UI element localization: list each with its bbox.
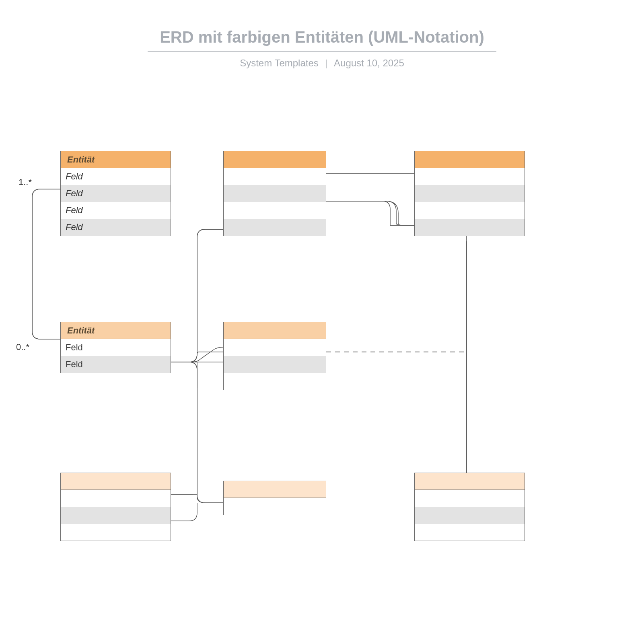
entity-e3-header [224, 151, 326, 168]
entity-e6[interactable] [60, 473, 171, 541]
page-header: ERD mit farbigen Entitäten (UML-Notation… [0, 28, 644, 69]
entity-e8-field-0 [415, 490, 525, 507]
entity-e4-field-2 [415, 202, 525, 219]
entity-e5-header [224, 322, 326, 339]
cardinality-bottom: 0..* [16, 342, 29, 352]
entity-e8-header [415, 473, 525, 490]
entity-e1[interactable]: Entität Feld Feld Feld Feld [60, 151, 171, 236]
entity-e4[interactable] [414, 151, 525, 236]
entity-e7-header [224, 481, 326, 498]
entity-e2-field-0: Feld [61, 339, 171, 356]
entity-e5-field-2 [224, 373, 326, 390]
entity-e8-field-1 [415, 507, 525, 524]
entity-e3-field-0 [224, 168, 326, 185]
entity-e2-header: Entität [61, 322, 171, 339]
entity-e4-header [415, 151, 525, 168]
entity-e5-field-1 [224, 356, 326, 373]
connector-e2-e5 [171, 347, 223, 362]
entity-e8-field-2 [415, 524, 525, 541]
entity-e6-field-0 [61, 490, 171, 507]
entity-e4-field-0 [415, 168, 525, 185]
entity-e1-field-2: Feld [61, 202, 171, 219]
connector-e1-e2-self [32, 189, 60, 339]
entity-e3-field-1 [224, 185, 326, 202]
entity-e2[interactable]: Entität Feld Feld [60, 322, 171, 373]
diagram-page: ERD mit farbigen Entitäten (UML-Notation… [0, 0, 644, 644]
entity-e6-field-2 [61, 524, 171, 541]
entity-e1-field-3: Feld [61, 219, 171, 236]
entity-e8[interactable] [414, 473, 525, 541]
subtitle-right: August 10, 2025 [334, 58, 404, 68]
entity-e7-field-0 [224, 498, 326, 515]
entity-e5[interactable] [223, 322, 326, 390]
entity-e3[interactable] [223, 151, 326, 236]
page-subtitle: System Templates | August 10, 2025 [0, 58, 644, 69]
entity-e1-field-1: Feld [61, 185, 171, 202]
page-title: ERD mit farbigen Entitäten (UML-Notation… [160, 28, 484, 49]
entity-e1-field-0: Feld [61, 168, 171, 185]
entity-e2-field-1: Feld [61, 356, 171, 373]
subtitle-separator: | [325, 58, 327, 68]
entity-e4-field-3 [415, 219, 525, 236]
entity-e4-field-1 [415, 185, 525, 202]
cardinality-top: 1..* [19, 177, 32, 187]
connector-e2-e3 [171, 229, 223, 362]
entity-e5-field-0 [224, 339, 326, 356]
entity-e7[interactable] [223, 481, 326, 515]
connector-e2-e7 [171, 362, 223, 503]
entity-e1-header: Entität [61, 151, 171, 168]
entity-e3-field-2 [224, 202, 326, 219]
entity-e3-field-3 [224, 219, 326, 236]
entity-e6-header [61, 473, 171, 490]
entity-e6-field-1 [61, 507, 171, 524]
subtitle-left: System Templates [240, 58, 319, 68]
